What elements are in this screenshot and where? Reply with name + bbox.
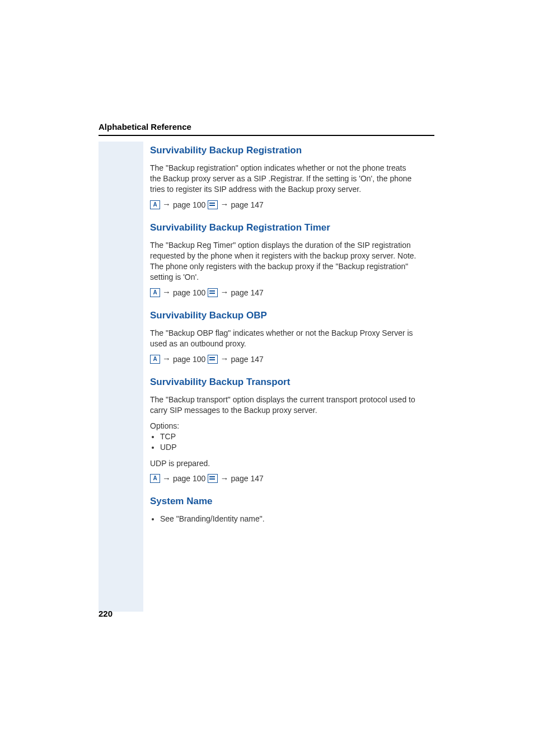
- section-body: The "Backup registration" option indicat…: [150, 163, 419, 195]
- admin-a-icon: A: [150, 288, 160, 297]
- section-survivability-backup-transport: Survivability Backup Transport The "Back…: [150, 376, 419, 483]
- list-item: TCP: [160, 431, 419, 442]
- section-survivability-backup-obp: Survivability Backup OBP The "Backup OBP…: [150, 309, 419, 364]
- options-label: Options:: [150, 421, 419, 430]
- header-title: Alphabetical Reference: [99, 122, 434, 132]
- page-ref[interactable]: page 147: [231, 355, 263, 364]
- document-icon: [208, 474, 218, 483]
- arrow-right-icon: →: [162, 474, 171, 482]
- admin-a-icon: A: [150, 474, 160, 483]
- options-list: TCP UDP: [150, 431, 419, 453]
- arrow-right-icon: →: [220, 474, 228, 482]
- reference-line: A → page 100 → page 147: [150, 200, 419, 209]
- content-area: Survivability Backup Registration The "B…: [150, 144, 419, 525]
- section-heading: Survivability Backup Transport: [150, 376, 419, 388]
- arrow-right-icon: →: [220, 288, 228, 296]
- document-icon: [208, 200, 218, 209]
- page-ref[interactable]: page 147: [231, 474, 263, 483]
- page-ref[interactable]: page 100: [173, 288, 205, 297]
- see-list: See "Branding/Identity name".: [150, 514, 419, 523]
- page-number: 220: [99, 609, 113, 618]
- section-heading: Survivability Backup Registration Timer: [150, 222, 419, 233]
- section-heading: Survivability Backup Registration: [150, 144, 419, 156]
- section-survivability-backup-registration-timer: Survivability Backup Registration Timer …: [150, 222, 419, 297]
- page-ref[interactable]: page 147: [231, 288, 263, 297]
- arrow-right-icon: →: [162, 200, 171, 208]
- page-header: Alphabetical Reference: [99, 122, 434, 136]
- reference-line: A → page 100 → page 147: [150, 355, 419, 364]
- list-item: UDP: [160, 442, 419, 453]
- arrow-right-icon: →: [220, 200, 228, 208]
- section-extra: UDP is prepared.: [150, 458, 419, 469]
- section-survivability-backup-registration: Survivability Backup Registration The "B…: [150, 144, 419, 209]
- list-item: See "Branding/Identity name".: [160, 514, 419, 523]
- arrow-right-icon: →: [220, 354, 228, 363]
- section-body: The "Backup OBP flag" indicates whether …: [150, 328, 419, 349]
- admin-a-icon: A: [150, 200, 160, 209]
- reference-line: A → page 100 → page 147: [150, 288, 419, 297]
- section-system-name: System Name See "Branding/Identity name"…: [150, 495, 419, 523]
- section-body: The "Backup Reg Timer" option displays t…: [150, 240, 419, 283]
- arrow-right-icon: →: [162, 354, 171, 363]
- page-ref[interactable]: page 147: [231, 200, 263, 209]
- page-ref[interactable]: page 100: [173, 355, 205, 364]
- sidebar-strip: [99, 142, 143, 612]
- section-heading: Survivability Backup OBP: [150, 309, 419, 321]
- header-rule: [99, 135, 434, 136]
- section-body: The "Backup transport" option displays t…: [150, 395, 419, 416]
- arrow-right-icon: →: [162, 288, 171, 296]
- page-ref[interactable]: page 100: [173, 200, 205, 209]
- page: Alphabetical Reference Survivability Bac…: [0, 0, 534, 756]
- document-icon: [208, 355, 218, 364]
- page-ref[interactable]: page 100: [173, 474, 205, 483]
- admin-a-icon: A: [150, 355, 160, 364]
- section-heading: System Name: [150, 495, 419, 507]
- document-icon: [208, 288, 218, 297]
- reference-line: A → page 100 → page 147: [150, 474, 419, 483]
